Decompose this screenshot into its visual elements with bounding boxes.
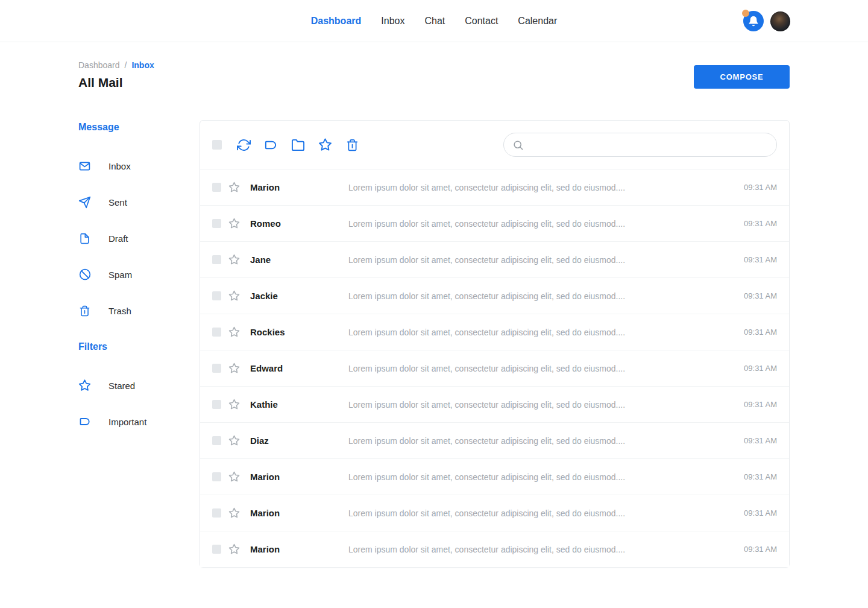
mail-preview: Lorem ipsum dolor sit amet, consectetur …	[348, 364, 735, 373]
star-icon[interactable]	[228, 471, 240, 483]
mail-row[interactable]: Rockies Lorem ipsum dolor sit amet, cons…	[200, 314, 789, 350]
mail-time: 09:31 AM	[735, 436, 777, 445]
mail-time: 09:31 AM	[735, 545, 777, 554]
mail-sender: Marion	[250, 544, 348, 554]
mail-time: 09:31 AM	[735, 291, 777, 300]
breadcrumb-dashboard[interactable]: Dashboard	[78, 60, 120, 70]
mail-row[interactable]: Jackie Lorem ipsum dolor sit amet, conse…	[200, 277, 789, 314]
nav-dashboard[interactable]: Dashboard	[311, 16, 362, 27]
nav-contact[interactable]: Contact	[465, 16, 498, 27]
row-checkbox[interactable]	[212, 472, 221, 481]
star-icon[interactable]	[228, 182, 240, 193]
mail-time: 09:31 AM	[735, 183, 777, 192]
star-icon[interactable]	[228, 254, 240, 265]
sidebar-item-spam[interactable]: Spam	[78, 256, 200, 293]
nav-calendar[interactable]: Calendar	[518, 16, 557, 27]
sidebar-item-label: Important	[108, 417, 146, 427]
compose-button[interactable]: COMPOSE	[694, 65, 790, 89]
row-checkbox[interactable]	[212, 291, 221, 300]
sidebar-item-draft[interactable]: Draft	[78, 220, 200, 256]
file-icon	[78, 232, 91, 245]
row-checkbox[interactable]	[212, 255, 221, 264]
sidebar-item-label: Stared	[108, 381, 135, 391]
star-icon[interactable]	[228, 435, 240, 446]
mail-sender: Marion	[250, 508, 348, 518]
mail-time: 09:31 AM	[735, 400, 777, 409]
row-checkbox[interactable]	[212, 183, 221, 192]
mail-preview: Lorem ipsum dolor sit amet, consectetur …	[348, 219, 735, 229]
label-icon[interactable]	[264, 138, 278, 152]
mail-toolbar	[200, 121, 789, 169]
star-icon[interactable]	[228, 290, 240, 302]
folder-icon[interactable]	[291, 138, 305, 152]
mail-time: 09:31 AM	[735, 255, 777, 264]
refresh-icon[interactable]	[237, 138, 251, 152]
mail-row[interactable]: Marion Lorem ipsum dolor sit amet, conse…	[200, 495, 789, 531]
row-checkbox[interactable]	[212, 508, 221, 518]
star-icon[interactable]	[228, 326, 240, 338]
star-icon[interactable]	[228, 363, 240, 374]
page-title: All Mail	[78, 75, 154, 90]
sidebar-item-sent[interactable]: Sent	[78, 184, 200, 220]
breadcrumb-inbox[interactable]: Inbox	[131, 60, 154, 70]
mail-sender: Kathie	[250, 399, 348, 410]
mail-row[interactable]: Jane Lorem ipsum dolor sit amet, consect…	[200, 241, 789, 277]
nav-inbox[interactable]: Inbox	[381, 16, 404, 27]
mail-panel: Marion Lorem ipsum dolor sit amet, conse…	[200, 120, 790, 568]
search-input[interactable]	[529, 140, 768, 150]
sidebar-item-important[interactable]: Important	[78, 404, 200, 440]
sidebar-item-inbox[interactable]: Inbox	[78, 148, 200, 184]
mail-row[interactable]: Marion Lorem ipsum dolor sit amet, conse…	[200, 458, 789, 495]
row-checkbox[interactable]	[212, 400, 221, 409]
star-icon	[78, 379, 91, 392]
sidebar-item-label: Spam	[108, 270, 132, 280]
mail-sender: Diaz	[250, 435, 348, 446]
row-checkbox[interactable]	[212, 364, 221, 373]
star-icon[interactable]	[228, 507, 240, 519]
trash-icon	[78, 305, 91, 317]
user-avatar[interactable]	[770, 11, 790, 31]
search-icon	[512, 139, 524, 151]
mail-row[interactable]: Edward Lorem ipsum dolor sit amet, conse…	[200, 350, 789, 386]
mail-row[interactable]: Diaz Lorem ipsum dolor sit amet, consect…	[200, 422, 789, 458]
star-icon[interactable]	[228, 399, 240, 410]
nav-chat[interactable]: Chat	[424, 16, 445, 27]
send-icon	[78, 196, 91, 209]
select-all-checkbox[interactable]	[212, 140, 222, 150]
breadcrumb: Dashboard / Inbox	[78, 60, 154, 70]
mail-preview: Lorem ipsum dolor sit amet, consectetur …	[348, 400, 735, 410]
star-icon[interactable]	[228, 218, 240, 229]
star-icon[interactable]	[228, 543, 240, 555]
page-head-left: Dashboard / Inbox All Mail	[78, 60, 154, 90]
mail-row[interactable]: Marion Lorem ipsum dolor sit amet, conse…	[200, 169, 789, 205]
trash-icon[interactable]	[345, 138, 359, 152]
sidebar-item-label: Trash	[108, 306, 131, 316]
mail-preview: Lorem ipsum dolor sit amet, consectetur …	[348, 545, 735, 554]
sidebar-item-label: Draft	[108, 233, 128, 244]
row-checkbox[interactable]	[212, 436, 221, 445]
search-box[interactable]	[503, 133, 777, 157]
mail-row[interactable]: Romeo Lorem ipsum dolor sit amet, consec…	[200, 205, 789, 241]
row-checkbox[interactable]	[212, 219, 221, 228]
mail-preview: Lorem ipsum dolor sit amet, consectetur …	[348, 255, 735, 265]
mail-sender: Marion	[250, 182, 348, 192]
notification-bell-icon[interactable]	[743, 11, 764, 31]
mail-row[interactable]: Kathie Lorem ipsum dolor sit amet, conse…	[200, 386, 789, 422]
breadcrumb-separator: /	[125, 60, 127, 70]
mail-row[interactable]: Marion Lorem ipsum dolor sit amet, conse…	[200, 531, 789, 567]
row-checkbox[interactable]	[212, 328, 221, 337]
sidebar-item-trash[interactable]: Trash	[78, 293, 200, 329]
mail-sidebar: Message Inbox Sent	[78, 120, 200, 568]
mail-sender: Jackie	[250, 291, 348, 301]
label-icon	[78, 416, 91, 428]
mail-time: 09:31 AM	[735, 508, 777, 518]
mail-sender: Jane	[250, 255, 348, 265]
mail-sender: Edward	[250, 363, 348, 373]
sidebar-item-stared[interactable]: Stared	[78, 367, 200, 404]
star-icon[interactable]	[318, 138, 332, 152]
mail-sender: Marion	[250, 472, 348, 482]
row-checkbox[interactable]	[212, 545, 221, 554]
mail-preview: Lorem ipsum dolor sit amet, consectetur …	[348, 291, 735, 301]
mail-preview: Lorem ipsum dolor sit amet, consectetur …	[348, 472, 735, 482]
mail-time: 09:31 AM	[735, 328, 777, 337]
